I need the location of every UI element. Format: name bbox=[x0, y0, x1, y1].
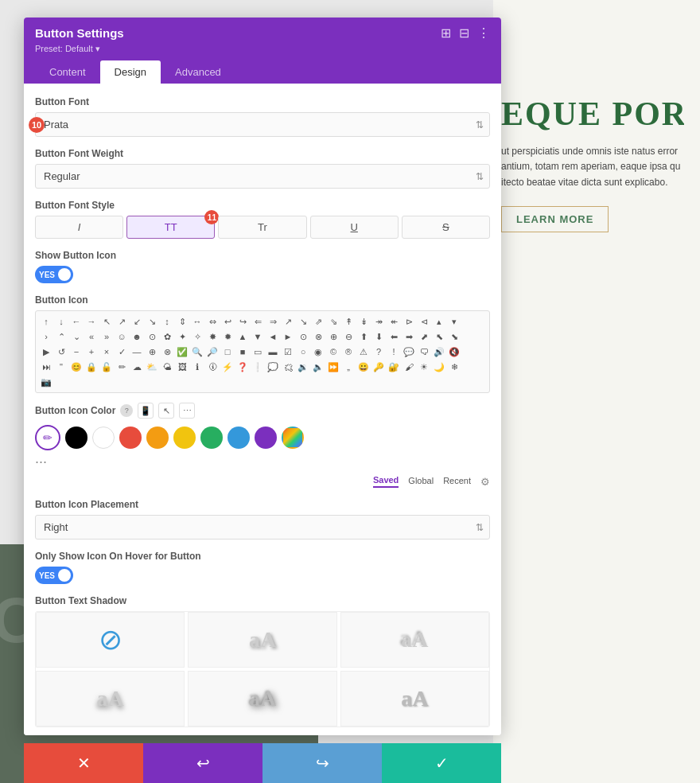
tab-content[interactable]: Content bbox=[35, 60, 100, 84]
icon-tri-r[interactable]: ► bbox=[281, 329, 295, 344]
icon-play-r[interactable]: ⊖ bbox=[341, 329, 356, 344]
icon-quote[interactable]: " bbox=[54, 360, 68, 374]
icon-emoji[interactable]: 😊 bbox=[69, 360, 84, 374]
font-style-strikethrough[interactable]: S bbox=[402, 216, 490, 239]
icon-pen[interactable]: ✏ bbox=[115, 360, 129, 374]
icon-check[interactable]: ✓ bbox=[115, 345, 129, 359]
icon-arrow26[interactable]: ⊲ bbox=[417, 314, 431, 329]
icon-info[interactable]: ℹ bbox=[190, 360, 204, 374]
shadow-option-3[interactable]: aA bbox=[36, 671, 185, 727]
show-icon-toggle[interactable]: YES bbox=[35, 266, 73, 283]
icon-brush[interactable]: 🖌 bbox=[402, 360, 416, 374]
color-help-icon[interactable]: ? bbox=[120, 404, 133, 417]
icon-speech2[interactable]: 🗯 bbox=[281, 360, 295, 374]
icon-copyright[interactable]: © bbox=[326, 345, 340, 359]
icon-reload[interactable]: ↺ bbox=[54, 345, 68, 359]
redo-button[interactable]: ↪ bbox=[262, 743, 382, 783]
font-style-tt[interactable]: TT 11 bbox=[126, 216, 215, 239]
panel-icon-more[interactable]: ⋮ bbox=[477, 25, 490, 41]
button-font-select[interactable]: Prata Arial Georgia bbox=[35, 112, 490, 137]
icon-left-arrow[interactable]: ← bbox=[69, 314, 84, 329]
icon-cloud2[interactable]: ⛅ bbox=[145, 360, 159, 374]
icon-x-circle[interactable]: ⊗ bbox=[160, 345, 174, 359]
icon-moon[interactable]: 🌙 bbox=[432, 360, 446, 374]
icon-down-arrow[interactable]: ↓ bbox=[54, 314, 68, 329]
swatch-red[interactable] bbox=[119, 427, 142, 449]
icon-rect[interactable]: ▭ bbox=[251, 345, 265, 359]
icon-rect2[interactable]: ▬ bbox=[266, 345, 280, 359]
undo-button[interactable]: ↩ bbox=[143, 743, 262, 783]
icon-arrow20[interactable]: ⇘ bbox=[326, 314, 340, 329]
icon-star2[interactable]: ✧ bbox=[190, 329, 204, 344]
icon-caution[interactable]: ⚡ bbox=[220, 360, 235, 374]
icon-reg[interactable]: ® bbox=[341, 345, 356, 359]
button-font-weight-select[interactable]: Regular Bold Light bbox=[35, 164, 490, 189]
icon-image[interactable]: 🖼 bbox=[175, 360, 189, 374]
swatch-rainbow[interactable] bbox=[282, 427, 304, 449]
icon-check-circle[interactable]: ✅ bbox=[175, 345, 189, 359]
icon-right-arrow[interactable]: → bbox=[84, 314, 99, 329]
icon-star4[interactable]: ✹ bbox=[220, 329, 235, 344]
icon-plus-circle[interactable]: ⊕ bbox=[145, 345, 159, 359]
icon-square[interactable]: □ bbox=[220, 345, 235, 359]
icon-check-sq[interactable]: ☑ bbox=[281, 345, 295, 359]
tab-advanced[interactable]: Advanced bbox=[161, 60, 235, 84]
icon-chevron-r[interactable]: › bbox=[39, 329, 53, 344]
icon-chevron-u[interactable]: ⌃ bbox=[54, 329, 68, 344]
icon-clock[interactable]: ⊙ bbox=[145, 329, 159, 344]
color-tab-recent[interactable]: Recent bbox=[443, 476, 471, 487]
icon-arrow19[interactable]: ⇗ bbox=[311, 314, 325, 329]
icon-minus[interactable]: − bbox=[69, 345, 84, 359]
icon-times[interactable]: × bbox=[99, 345, 114, 359]
swatch-orange[interactable] bbox=[146, 427, 169, 449]
cancel-button[interactable]: ✕ bbox=[24, 743, 143, 783]
panel-icon-fullscreen[interactable]: ⊞ bbox=[441, 25, 451, 41]
more-colors-icon[interactable]: ··· bbox=[35, 454, 47, 470]
icon-smiley1[interactable]: ☺ bbox=[115, 329, 129, 344]
icon-info2[interactable]: 🛈 bbox=[205, 360, 220, 374]
icon-arrow25[interactable]: ⊳ bbox=[402, 314, 416, 329]
icon-play-d[interactable]: ⊗ bbox=[311, 329, 325, 344]
icon-arr-ul[interactable]: ⬈ bbox=[417, 329, 431, 344]
font-style-underline[interactable]: U bbox=[310, 216, 399, 239]
icon-arrow28[interactable]: ▾ bbox=[447, 314, 461, 329]
icon-search[interactable]: 🔍 bbox=[190, 345, 204, 359]
icon-bang[interactable]: ! bbox=[387, 345, 401, 359]
shadow-option-4[interactable]: aA bbox=[188, 671, 336, 727]
learn-more-button[interactable]: LEARN MORE bbox=[501, 206, 609, 232]
icon-updown[interactable]: ↕ bbox=[160, 314, 174, 329]
icon-arrow13[interactable]: ↩ bbox=[220, 314, 235, 329]
icon-lock2[interactable]: 🔐 bbox=[387, 360, 401, 374]
icon-leftright[interactable]: ↔ bbox=[190, 314, 204, 329]
icon-updown2[interactable]: ⇕ bbox=[175, 314, 189, 329]
icon-arrow27[interactable]: ▴ bbox=[432, 314, 446, 329]
icon-arr-dn[interactable]: ⬇ bbox=[371, 329, 386, 344]
icon-placement-select[interactable]: Right Left bbox=[35, 515, 490, 540]
icon-tri-u[interactable]: ▲ bbox=[235, 329, 250, 344]
shadow-option-2[interactable]: aA bbox=[340, 612, 489, 668]
eyedropper-button[interactable]: ✏ bbox=[35, 425, 60, 450]
icon-up-arrow[interactable]: ↑ bbox=[39, 314, 53, 329]
icon-speaker[interactable]: 🔊 bbox=[432, 345, 446, 359]
icon-key[interactable]: 🔑 bbox=[371, 360, 386, 374]
color-settings-icon[interactable]: ⚙ bbox=[480, 476, 490, 488]
tab-design[interactable]: Design bbox=[100, 60, 161, 84]
icon-star3[interactable]: ✸ bbox=[205, 329, 220, 344]
icon-arrow15[interactable]: ⇐ bbox=[251, 314, 265, 329]
icon-snow[interactable]: ❄ bbox=[447, 360, 461, 374]
icon-play-circle[interactable]: ▶ bbox=[39, 345, 53, 359]
swatch-purple[interactable] bbox=[255, 427, 277, 449]
icon-smiley2[interactable]: ☻ bbox=[130, 329, 144, 344]
icon-arr-ur[interactable]: ⬉ bbox=[432, 329, 446, 344]
color-more-icon[interactable]: ⋯ bbox=[179, 403, 195, 419]
icon-chat2[interactable]: 🗨 bbox=[417, 345, 431, 359]
swatch-blue[interactable] bbox=[228, 427, 250, 449]
hover-toggle[interactable]: YES bbox=[35, 567, 73, 584]
icon-radio[interactable]: ◉ bbox=[311, 345, 325, 359]
icon-tri-l[interactable]: ◄ bbox=[266, 329, 280, 344]
icon-arrow17[interactable]: ↗ bbox=[281, 314, 295, 329]
icon-help2[interactable]: ❓ bbox=[235, 360, 250, 374]
icon-double-l[interactable]: « bbox=[84, 329, 99, 344]
icon-arr-up[interactable]: ⬆ bbox=[356, 329, 371, 344]
icon-sw-arrow[interactable]: ↙ bbox=[130, 314, 144, 329]
